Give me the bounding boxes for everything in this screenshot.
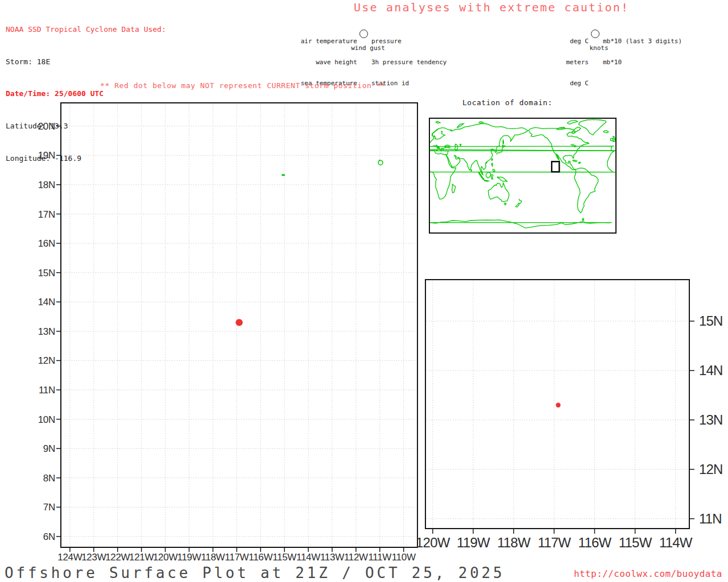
coastline: [491, 174, 493, 179]
coastline: [578, 162, 581, 163]
coastline: [486, 162, 487, 163]
x-tick-label: 120W: [416, 535, 450, 550]
zoom-surface-plot: 120W119W118W117W116W115W114W11N12N13N14N…: [416, 280, 723, 550]
y-tick-label: 9N: [43, 443, 55, 454]
map-border: [429, 118, 616, 233]
y-tick-label: 13N: [38, 326, 55, 337]
coastline: [436, 122, 440, 123]
storm-position-dot: [235, 319, 242, 326]
x-tick-label: 113W: [320, 552, 344, 563]
storm-position-dot: [556, 403, 560, 408]
x-tick-label: 112W: [344, 552, 368, 563]
x-tick-label: 117W: [225, 552, 249, 563]
coastline: [603, 131, 609, 133]
coastline: [529, 127, 598, 213]
coastlines: [429, 119, 616, 228]
x-tick-label: 114W: [659, 535, 693, 550]
coastline: [491, 163, 493, 166]
y-tick-label: 16N: [38, 238, 55, 249]
y-tick-label: 14N: [699, 363, 723, 378]
y-tick-label: 13N: [699, 412, 723, 427]
coastline: [479, 122, 483, 123]
coastline: [429, 151, 456, 199]
y-tick-label: 12N: [699, 462, 723, 477]
coastline: [484, 180, 489, 181]
y-tick-label: 11N: [39, 385, 55, 396]
x-tick-label: 122W: [105, 552, 130, 563]
y-tick-label: 12N: [38, 355, 55, 366]
x-tick-label: 114W: [296, 552, 320, 563]
coastline: [457, 124, 464, 128]
y-tick-label: 10N: [38, 414, 55, 425]
y-tick-label: 7N: [43, 502, 55, 513]
coastline: [432, 124, 528, 175]
x-tick-label: 116W: [578, 535, 612, 550]
location-of-domain: [429, 118, 616, 233]
page-title: Offshore Surface Plot at 21Z / OCT 25, 2…: [5, 564, 505, 581]
x-tick-label: 123W: [81, 552, 106, 563]
y-tick-label: 14N: [38, 297, 55, 307]
x-tick-label: 118W: [497, 535, 531, 550]
y-tick-label: 20N: [38, 121, 55, 132]
y-tick-label: 18N: [38, 180, 55, 190]
coastline: [486, 172, 491, 178]
coastline: [460, 144, 461, 146]
domain-extent-box: [552, 161, 559, 172]
plots-canvas: 124W123W122W121W120W119W118W117W116W115W…: [0, 0, 728, 582]
coastline: [610, 138, 613, 140]
coastline: [471, 169, 471, 172]
y-tick-label: 6N: [43, 531, 55, 542]
main-surface-plot: 124W123W122W121W120W119W118W117W116W115W…: [38, 103, 417, 563]
x-tick-label: 111W: [368, 552, 391, 563]
coastline: [504, 203, 506, 205]
coastline: [613, 136, 616, 142]
x-tick-label: 120W: [153, 552, 177, 563]
coastline: [567, 120, 577, 124]
x-tick-label: 115W: [619, 535, 652, 550]
coastline: [488, 183, 509, 202]
x-tick-label: 117W: [537, 535, 571, 550]
x-tick-label: 119W: [177, 552, 201, 563]
coastline: [429, 151, 615, 172]
coastline: [491, 159, 493, 160]
x-tick-label: 110W: [392, 552, 416, 563]
y-tick-label: 15N: [38, 268, 55, 278]
y-tick-label: 17N: [38, 209, 55, 220]
y-tick-label: 19N: [38, 150, 55, 161]
x-tick-label: 115W: [272, 552, 296, 563]
x-tick-label: 118W: [201, 552, 225, 563]
coastline: [452, 184, 456, 193]
island-outline: [378, 160, 383, 165]
y-tick-label: 15N: [699, 313, 723, 329]
y-tick-label: 11N: [699, 511, 722, 526]
coastline: [503, 140, 504, 144]
x-tick-label: 119W: [457, 535, 490, 550]
island-outline: [282, 174, 285, 176]
coastline: [429, 131, 445, 144]
coastline: [429, 218, 612, 228]
buoy-plot-page: NOAA SSD Tropical Cyclone Data Used: Sto…: [0, 0, 728, 582]
x-tick-label: 116W: [249, 552, 272, 563]
x-tick-label: 124W: [57, 552, 82, 563]
source-url-link[interactable]: http://coolwx.com/buoydata: [574, 568, 722, 579]
x-tick-label: 121W: [129, 552, 154, 563]
coastline: [578, 119, 606, 135]
coastline: [493, 169, 495, 172]
coastline: [516, 203, 520, 207]
coastline: [573, 160, 577, 162]
coastline: [497, 177, 507, 182]
coastline: [572, 127, 581, 134]
y-tick-label: 8N: [43, 473, 55, 484]
